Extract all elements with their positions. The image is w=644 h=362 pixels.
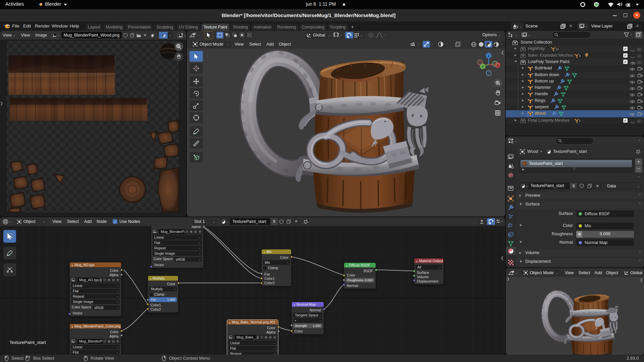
svg-text:Z: Z [488,54,490,58]
svg-text:Y: Y [482,65,484,68]
